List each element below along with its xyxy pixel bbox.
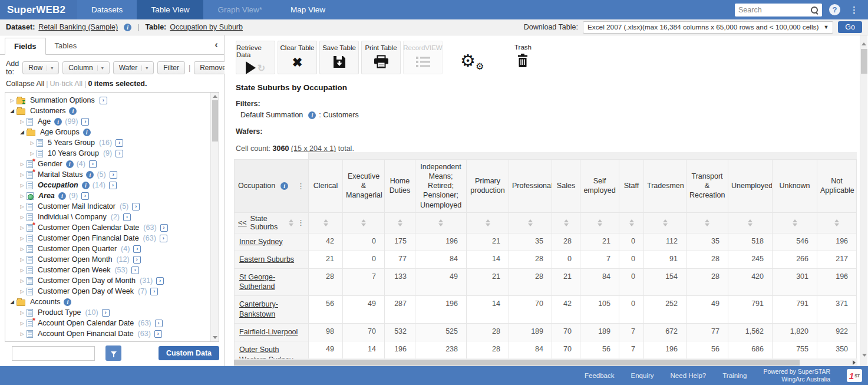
add-field-arrow-button[interactable]: › bbox=[115, 139, 123, 147]
tree-item-account-open-calendar-date[interactable]: ▷*Account Open Calendar Date(63)› bbox=[5, 318, 209, 328]
sort-toggle[interactable] bbox=[705, 219, 709, 226]
column-header-sales[interactable]: Sales bbox=[552, 159, 580, 212]
tree-item-5-years-group[interactable]: ▷5 Years Group(16)› bbox=[5, 137, 209, 148]
tree-scrollbar[interactable] bbox=[210, 93, 219, 341]
sort-toggle[interactable] bbox=[324, 219, 328, 226]
tree-item-age-groups[interactable]: ◢Age Groupsi bbox=[5, 127, 209, 137]
expanded-icon[interactable]: ◢ bbox=[18, 129, 27, 135]
footer-link-training[interactable]: Training bbox=[722, 372, 747, 379]
sort-toggle[interactable] bbox=[748, 219, 753, 226]
sort-toggle[interactable] bbox=[834, 219, 839, 226]
help-icon[interactable]: ? bbox=[829, 4, 840, 15]
move-dimension-link[interactable]: << bbox=[238, 219, 247, 227]
tree-item-customer-open-financial-date[interactable]: ▷Customer Open Financial Date(63)› bbox=[5, 233, 209, 243]
tree-item-summation-options[interactable]: ▷Summation Options› bbox=[5, 95, 209, 106]
tree-item-customers[interactable]: ◢Customersi bbox=[5, 106, 209, 116]
info-icon[interactable]: i bbox=[308, 111, 316, 119]
scroll-down-icon[interactable] bbox=[862, 354, 867, 357]
tree-item-customer-open-week[interactable]: ▷Customer Open Week(53)› bbox=[5, 265, 209, 275]
collapse-panel-icon[interactable]: ‹ bbox=[214, 40, 218, 50]
add-field-arrow-button[interactable]: › bbox=[89, 160, 97, 168]
tree-item-area[interactable]: ▷Areai(9)› bbox=[5, 190, 209, 201]
row-label-link[interactable]: Fairfield-Liverpool bbox=[239, 328, 298, 336]
tree-item-individual-company[interactable]: ▷Individual \ Company(2)› bbox=[5, 212, 209, 222]
info-icon[interactable]: i bbox=[66, 160, 74, 168]
collapsed-icon[interactable]: ▷ bbox=[28, 140, 37, 146]
save-table-button[interactable]: Save Table bbox=[319, 41, 359, 74]
column-header-primary-production[interactable]: Primary production bbox=[467, 159, 509, 212]
tree-item-age[interactable]: ▷Agei(99)› bbox=[5, 116, 209, 127]
filter-button[interactable]: Filter bbox=[157, 61, 185, 74]
tree-item-occupation[interactable]: ▷Occupationi(14)› bbox=[5, 180, 209, 190]
filter-button[interactable] bbox=[105, 345, 121, 361]
collapsed-icon[interactable]: ▷ bbox=[18, 278, 27, 284]
row-label-link[interactable]: Eastern Suburbs bbox=[239, 255, 294, 264]
tab-tables[interactable]: Tables bbox=[46, 38, 86, 54]
add-field-arrow-button[interactable]: › bbox=[115, 150, 123, 157]
collapsed-icon[interactable]: ▷ bbox=[18, 289, 27, 294]
nav-item-datasets[interactable]: Datasets bbox=[77, 0, 137, 19]
collapse-all-link[interactable]: Collapse All bbox=[6, 80, 44, 88]
add-field-arrow-button[interactable]: › bbox=[123, 213, 131, 221]
collapsed-icon[interactable]: ▷ bbox=[18, 119, 27, 124]
collapsed-icon[interactable]: ▷ bbox=[18, 183, 27, 188]
go-button[interactable]: Go bbox=[838, 21, 862, 33]
add-field-arrow-button[interactable]: › bbox=[110, 171, 117, 179]
dataset-link[interactable]: Retail Banking (Sample) bbox=[38, 23, 118, 31]
column-header-tradesmen[interactable]: Tradesmen bbox=[644, 159, 687, 212]
column-header-staff[interactable]: Staff bbox=[619, 159, 644, 212]
column-menu-icon[interactable]: ⋮ bbox=[297, 182, 305, 190]
column-header-transport-recreation[interactable]: Transport & Recreation bbox=[687, 159, 728, 212]
column-header-executive-managerial[interactable]: Executive & Managerial bbox=[343, 159, 385, 212]
row-label-link[interactable]: St George-Sutherland bbox=[239, 273, 275, 291]
sort-toggle[interactable] bbox=[361, 219, 366, 226]
clear-table-button[interactable]: Clear Table✖ bbox=[278, 41, 317, 74]
add-field-arrow-button[interactable]: › bbox=[156, 277, 164, 285]
column-header-unknown[interactable]: Unknown bbox=[773, 159, 817, 212]
row-label-link[interactable]: Inner Sydney bbox=[239, 238, 283, 246]
table-options-gears-button[interactable]: ⚙⚙ bbox=[460, 41, 487, 70]
tree-item-customer-open-calendar-date[interactable]: ▷*Customer Open Calendar Date(63)› bbox=[5, 222, 209, 233]
info-icon[interactable]: i bbox=[83, 129, 91, 136]
expanded-icon[interactable]: ◢ bbox=[8, 108, 16, 114]
print-table-button[interactable]: Print Table bbox=[361, 41, 401, 74]
add-field-arrow-button[interactable]: › bbox=[133, 256, 141, 264]
sort-toggle[interactable] bbox=[598, 219, 602, 226]
sort-toggle[interactable] bbox=[528, 219, 533, 226]
info-icon[interactable]: i bbox=[64, 298, 71, 306]
trash-button[interactable]: Trash bbox=[514, 41, 532, 68]
collapsed-icon[interactable]: ▷ bbox=[18, 236, 27, 241]
download-format-select[interactable]: Excel 2007 (.xlsx)(max 16,384 columns x … bbox=[583, 21, 833, 34]
collapsed-icon[interactable]: ▷ bbox=[18, 268, 27, 273]
scroll-up-icon[interactable] bbox=[213, 95, 217, 98]
collapsed-icon[interactable]: ▷ bbox=[18, 215, 27, 220]
search-input[interactable] bbox=[738, 6, 810, 14]
tree-item-10-years-group[interactable]: ▷10 Years Group(9)› bbox=[5, 148, 209, 159]
untick-all-link[interactable]: Un-tick All bbox=[50, 80, 83, 88]
footer-link-need-help[interactable]: Need Help? bbox=[671, 372, 707, 379]
tree-item-marital-status[interactable]: ▷*Marital Statusi(5)› bbox=[5, 169, 209, 180]
info-icon[interactable]: i bbox=[58, 192, 66, 200]
add-field-arrow-button[interactable]: › bbox=[150, 288, 158, 295]
info-icon[interactable]: i bbox=[69, 107, 77, 115]
collapsed-icon[interactable]: ▷ bbox=[28, 151, 37, 156]
add-field-arrow-button[interactable]: › bbox=[133, 245, 141, 253]
collapsed-icon[interactable]: ▷ bbox=[18, 162, 27, 167]
add-field-arrow-button[interactable]: › bbox=[81, 192, 89, 200]
horizontal-scrollbar[interactable] bbox=[234, 358, 857, 366]
nav-item-map-view[interactable]: Map View bbox=[276, 0, 339, 19]
field-filter-input[interactable] bbox=[12, 346, 95, 361]
sort-toggle[interactable] bbox=[793, 219, 797, 226]
add-field-arrow-button[interactable]: › bbox=[81, 118, 89, 126]
column-header-unemployed[interactable]: Unemployed bbox=[728, 159, 773, 212]
sort-toggle[interactable] bbox=[398, 219, 402, 226]
scroll-right-icon[interactable] bbox=[853, 360, 856, 365]
nav-item-table-view[interactable]: Table View bbox=[137, 0, 203, 19]
collapsed-icon[interactable]: ▷ bbox=[18, 246, 27, 252]
overflow-menu-icon[interactable]: ⋮ bbox=[847, 5, 861, 15]
collapsed-icon[interactable]: ▷ bbox=[8, 98, 16, 103]
search-icon[interactable] bbox=[810, 6, 819, 14]
collapsed-icon[interactable]: ▷ bbox=[18, 225, 27, 231]
vertical-scrollbar[interactable] bbox=[860, 35, 867, 366]
nav-item-graph-view[interactable]: Graph View* bbox=[203, 0, 276, 19]
